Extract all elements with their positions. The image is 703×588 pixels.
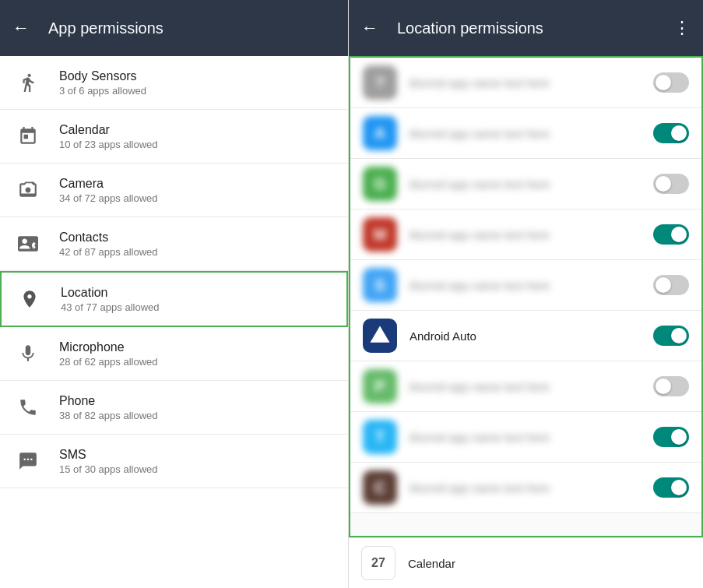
permission-item-microphone[interactable]: Microphone28 of 62 apps allowed: [0, 327, 348, 381]
app-icon-app5: S: [363, 268, 397, 302]
phone-icon: [12, 392, 44, 423]
permission-count-camera: 34 of 72 apps allowed: [59, 192, 157, 204]
calendar-icon: [12, 121, 44, 152]
right-title: Location permissions: [397, 19, 673, 37]
camera-icon: [12, 174, 44, 206]
permission-count-sms: 15 of 30 apps allowed: [59, 463, 157, 475]
permission-item-sms[interactable]: SMS15 of 30 apps allowed: [0, 435, 348, 488]
permission-count-microphone: 28 of 62 apps allowed: [59, 356, 157, 368]
left-panel: ← App permissions Body Sensors3 of 6 app…: [0, 0, 349, 588]
toggle-app1[interactable]: [653, 72, 689, 93]
location-icon: [14, 283, 45, 315]
permission-count-location: 43 of 77 apps allowed: [61, 301, 159, 313]
permission-name-body-sensors: Body Sensors: [59, 69, 146, 83]
app-name-app1: blurred app name text here: [409, 76, 653, 90]
calendar-icon: 27: [361, 546, 395, 580]
calendar-day: 27: [371, 557, 385, 569]
app-list: ?blurred app name text hereAblurred app …: [349, 56, 703, 537]
app-item-app8[interactable]: Tblurred app name text here: [350, 412, 701, 463]
contacts-icon: [12, 228, 44, 259]
permission-name-phone: Phone: [59, 394, 157, 408]
app-item-app7[interactable]: Pblurred app name text here: [350, 361, 701, 412]
app-item-android-auto[interactable]: Android Auto: [350, 311, 701, 361]
app-name-app3: blurred app name text here: [409, 178, 653, 191]
permission-name-contacts: Contacts: [59, 231, 157, 245]
sms-icon: [12, 445, 44, 477]
toggle-app2[interactable]: [653, 123, 689, 143]
app-item-app5[interactable]: Sblurred app name text here: [350, 260, 701, 311]
permission-name-camera: Camera: [59, 177, 157, 191]
app-name-app7: blurred app name text here: [409, 380, 653, 393]
left-header: ← App permissions: [0, 0, 348, 56]
permission-name-microphone: Microphone: [59, 340, 157, 354]
permission-item-location[interactable]: Location43 of 77 apps allowed: [0, 271, 348, 327]
permission-name-location: Location: [61, 286, 159, 300]
permission-count-calendar: 10 of 23 apps allowed: [59, 139, 157, 150]
app-name-app4: blurred app name text here: [409, 228, 653, 241]
app-icon-android-auto: [363, 319, 397, 353]
app-item-app9[interactable]: Cblurred app name text here: [350, 463, 701, 513]
toggle-app7[interactable]: [653, 376, 689, 396]
app-item-app2[interactable]: Ablurred app name text here: [350, 108, 701, 159]
toggle-app9[interactable]: [653, 477, 689, 498]
app-name-android-auto: Android Auto: [409, 329, 653, 343]
permission-name-calendar: Calendar: [59, 123, 157, 137]
permission-item-body-sensors[interactable]: Body Sensors3 of 6 apps allowed: [0, 56, 348, 110]
toggle-app8[interactable]: [653, 427, 689, 447]
app-icon-app4: M: [363, 217, 397, 252]
permission-name-sms: SMS: [59, 448, 157, 462]
toggle-app5[interactable]: [653, 275, 689, 295]
right-back-button[interactable]: ←: [361, 18, 378, 38]
permission-item-camera[interactable]: Camera34 of 72 apps allowed: [0, 164, 348, 217]
microphone-icon: [12, 338, 44, 369]
app-icon-app8: T: [363, 420, 397, 454]
app-name-app8: blurred app name text here: [409, 431, 653, 444]
bottom-calendar-item[interactable]: 27 Calendar: [349, 537, 703, 588]
toggle-android-auto[interactable]: [653, 326, 689, 346]
app-icon-app7: P: [363, 369, 397, 403]
toggle-app4[interactable]: [653, 224, 689, 245]
app-icon-app3: G: [363, 167, 397, 201]
app-name-app2: blurred app name text here: [409, 127, 653, 140]
app-icon-app9: C: [363, 470, 397, 505]
app-item-app3[interactable]: Gblurred app name text here: [350, 159, 701, 209]
permission-list: Body Sensors3 of 6 apps allowedCalendar1…: [0, 56, 348, 588]
app-icon-app1: ?: [363, 65, 397, 100]
toggle-app3[interactable]: [653, 174, 689, 194]
permission-item-calendar[interactable]: Calendar10 of 23 apps allowed: [0, 110, 348, 164]
calendar-label: Calendar: [408, 557, 691, 570]
permission-item-contacts[interactable]: Contacts42 of 87 apps allowed: [0, 217, 348, 271]
app-name-app9: blurred app name text here: [409, 481, 653, 495]
right-panel: ← Location permissions ⋮ ?blurred app na…: [349, 0, 703, 588]
right-header: ← Location permissions ⋮: [349, 0, 703, 56]
app-name-app5: blurred app name text here: [409, 279, 653, 292]
more-options-button[interactable]: ⋮: [673, 18, 691, 38]
app-item-app4[interactable]: Mblurred app name text here: [350, 209, 701, 260]
left-back-button[interactable]: ←: [12, 18, 30, 38]
left-title: App permissions: [48, 19, 163, 37]
app-item-app1[interactable]: ?blurred app name text here: [350, 58, 701, 108]
permission-count-phone: 38 of 82 apps allowed: [59, 410, 157, 421]
permission-item-phone[interactable]: Phone38 of 82 apps allowed: [0, 381, 348, 435]
permission-count-body-sensors: 3 of 6 apps allowed: [59, 85, 146, 97]
permission-count-contacts: 42 of 87 apps allowed: [59, 246, 157, 258]
app-icon-app2: A: [363, 116, 397, 150]
body-sensors-icon: [12, 67, 44, 98]
